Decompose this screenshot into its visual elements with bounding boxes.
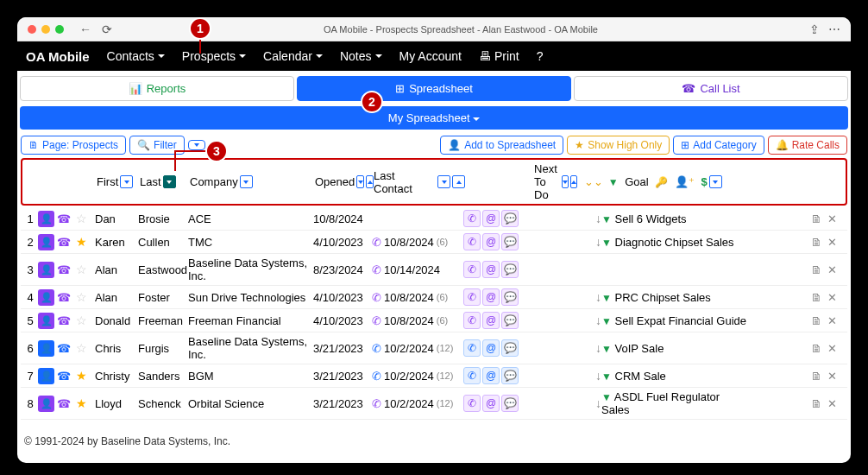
menu-calendar[interactable]: Calendar: [256, 46, 330, 66]
sort-company-down[interactable]: [240, 175, 253, 188]
document-icon[interactable]: 🗎: [811, 236, 822, 249]
share-icon[interactable]: ⇪: [809, 22, 820, 36]
menu-print[interactable]: 🖶Print: [472, 46, 526, 66]
message-action[interactable]: 💬: [501, 367, 519, 384]
star-icon[interactable]: ☆: [76, 290, 87, 304]
phone-icon[interactable]: ☎: [57, 263, 71, 276]
person-icon[interactable]: 👤: [38, 262, 54, 278]
filter-dropdown[interactable]: [188, 140, 205, 150]
email-action[interactable]: @: [482, 339, 500, 357]
email-action[interactable]: @: [482, 261, 500, 278]
message-action[interactable]: 💬: [501, 210, 519, 227]
message-action[interactable]: 💬: [501, 288, 519, 306]
email-action[interactable]: @: [482, 210, 500, 227]
close-icon[interactable]: ✕: [827, 314, 837, 327]
sort-opened-up[interactable]: [366, 175, 374, 188]
person-icon[interactable]: 👤: [38, 396, 54, 412]
maximize-dot[interactable]: [55, 25, 64, 34]
document-icon[interactable]: 🗎: [811, 397, 822, 410]
menu-notes[interactable]: Notes: [333, 46, 389, 66]
person-icon[interactable]: 👤: [38, 289, 54, 306]
sort-lastcontact-up[interactable]: [452, 175, 465, 188]
phone-icon[interactable]: ☎: [57, 314, 71, 327]
sort-nexttodo-up[interactable]: [570, 175, 577, 188]
sort-lastcontact-down[interactable]: [437, 175, 450, 188]
menu-contacts[interactable]: Contacts: [100, 46, 172, 66]
email-action[interactable]: @: [482, 233, 500, 250]
close-icon[interactable]: ✕: [827, 342, 837, 355]
menu-myaccount[interactable]: My Account: [393, 46, 469, 66]
email-action[interactable]: @: [482, 288, 500, 306]
header-lastcontact: Last Contact: [374, 169, 436, 195]
add-spreadsheet-button[interactable]: 👤Add to Spreadsheet: [440, 136, 563, 155]
person-icon[interactable]: 👤: [38, 368, 54, 384]
message-action[interactable]: 💬: [501, 233, 519, 250]
add-category-button[interactable]: ⊞Add Category: [673, 136, 764, 155]
phone-icon[interactable]: ☎: [57, 370, 71, 383]
document-icon[interactable]: 🗎: [811, 263, 822, 276]
call-action[interactable]: ✆: [463, 339, 481, 357]
star-icon[interactable]: ★: [76, 396, 87, 410]
document-icon[interactable]: 🗎: [811, 342, 822, 355]
star-icon[interactable]: ☆: [76, 263, 87, 276]
tab-spreadsheet[interactable]: ⊞Spreadsheet: [297, 76, 571, 101]
menu-prospects[interactable]: Prospects: [175, 46, 253, 66]
reload-icon[interactable]: ⟳: [102, 22, 112, 36]
rate-calls-button[interactable]: 🔔Rate Calls: [768, 136, 847, 155]
star-icon[interactable]: ★: [76, 235, 87, 249]
minimize-dot[interactable]: [41, 25, 50, 34]
email-action[interactable]: @: [482, 395, 500, 412]
call-action[interactable]: ✆: [463, 367, 481, 384]
sort-nexttodo-down[interactable]: [562, 175, 569, 188]
star-icon[interactable]: ☆: [76, 212, 87, 225]
page-button[interactable]: 🗎Page: Prospects: [21, 136, 126, 155]
close-icon[interactable]: ✕: [827, 236, 837, 249]
close-dot[interactable]: [28, 25, 36, 34]
show-high-button[interactable]: ★Show High Only: [567, 136, 670, 155]
call-action[interactable]: ✆: [463, 233, 481, 250]
person-icon[interactable]: 👤: [38, 340, 54, 357]
phone-icon[interactable]: ☎: [57, 342, 71, 355]
call-action[interactable]: ✆: [463, 261, 481, 278]
phone-icon[interactable]: ☎: [57, 291, 71, 304]
sort-goal-down[interactable]: [709, 175, 722, 188]
message-action[interactable]: 💬: [501, 261, 519, 278]
person-icon[interactable]: 👤: [38, 211, 54, 227]
window-controls[interactable]: [28, 25, 64, 34]
star-icon[interactable]: ☆: [76, 314, 87, 327]
document-icon[interactable]: 🗎: [811, 370, 822, 383]
call-action[interactable]: ✆: [463, 210, 481, 227]
message-action[interactable]: 💬: [501, 395, 519, 412]
close-icon[interactable]: ✕: [827, 397, 837, 410]
message-action[interactable]: 💬: [501, 339, 519, 357]
document-icon[interactable]: 🗎: [811, 212, 822, 225]
person-icon[interactable]: 👤: [38, 313, 54, 329]
document-icon[interactable]: 🗎: [811, 314, 822, 327]
close-icon[interactable]: ✕: [827, 212, 837, 225]
phone-icon[interactable]: ☎: [57, 397, 71, 410]
menu-help[interactable]: ?: [530, 46, 550, 66]
phone-icon[interactable]: ☎: [57, 236, 71, 249]
close-icon[interactable]: ✕: [827, 291, 837, 304]
spreadsheet-selector[interactable]: My Spreadsheet: [20, 106, 848, 130]
call-action[interactable]: ✆: [463, 395, 481, 412]
email-action[interactable]: @: [482, 312, 500, 329]
back-icon[interactable]: ←: [79, 22, 91, 36]
person-icon[interactable]: 👤: [38, 234, 54, 250]
sort-opened-down[interactable]: [356, 175, 364, 188]
more-icon[interactable]: ⋯: [828, 22, 840, 36]
close-icon[interactable]: ✕: [827, 263, 837, 276]
tab-reports[interactable]: 📊Reports: [20, 76, 294, 101]
star-icon[interactable]: ★: [76, 369, 87, 383]
document-icon[interactable]: 🗎: [811, 291, 822, 304]
star-icon[interactable]: ☆: [76, 341, 87, 355]
call-action[interactable]: ✆: [463, 288, 481, 306]
tab-calllist[interactable]: ☎Call List: [574, 76, 848, 101]
message-action[interactable]: 💬: [501, 312, 519, 329]
email-action[interactable]: @: [482, 367, 500, 384]
sort-last-down-active[interactable]: [163, 175, 176, 188]
phone-icon[interactable]: ☎: [57, 212, 71, 225]
call-action[interactable]: ✆: [463, 312, 481, 329]
sort-first-down[interactable]: [120, 175, 133, 188]
close-icon[interactable]: ✕: [827, 370, 837, 383]
